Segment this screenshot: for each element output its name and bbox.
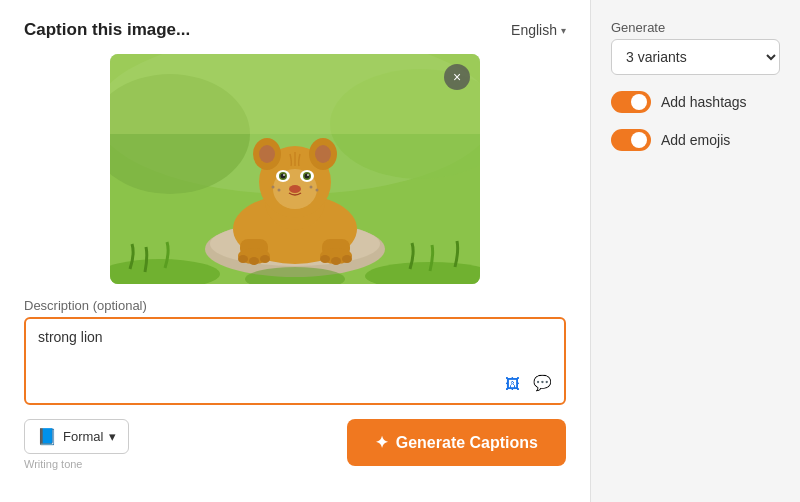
svg-rect-4 <box>110 54 480 134</box>
emojis-slider <box>611 129 651 151</box>
description-input-wrapper: strong lion 🖼 💬 <box>24 317 566 405</box>
writing-tone-label: Writing tone <box>24 458 129 470</box>
hashtags-label: Add hashtags <box>661 94 747 110</box>
page-title: Caption this image... <box>24 20 190 40</box>
bottom-row: 📘 Formal ▾ Writing tone ✦ Generate Capti… <box>24 419 566 470</box>
textarea-icon-group: 🖼 💬 <box>500 371 554 395</box>
variants-select[interactable]: 1 variant 2 variants 3 variants 4 varian… <box>611 39 780 75</box>
tone-wrapper: 📘 Formal ▾ Writing tone <box>24 419 129 470</box>
description-section: Description (optional) strong lion 🖼 💬 <box>24 298 566 405</box>
svg-point-30 <box>281 174 286 179</box>
sidebar: Generate 1 variant 2 variants 3 variants… <box>590 0 800 502</box>
svg-point-34 <box>289 185 301 193</box>
generate-section: Generate 1 variant 2 variants 3 variants… <box>611 20 780 75</box>
hashtags-slider <box>611 91 651 113</box>
svg-point-22 <box>259 145 275 163</box>
svg-point-35 <box>272 186 275 189</box>
tone-chevron-icon: ▾ <box>109 429 116 444</box>
generate-section-label: Generate <box>611 20 780 35</box>
svg-point-15 <box>320 255 330 263</box>
language-label: English <box>511 22 557 38</box>
svg-point-36 <box>278 189 281 192</box>
svg-point-37 <box>310 186 313 189</box>
chevron-down-icon: ▾ <box>561 25 566 36</box>
emojis-toggle-row: Add emojis <box>611 129 780 151</box>
svg-point-33 <box>307 174 309 176</box>
tone-icon: 📘 <box>37 427 57 446</box>
svg-point-17 <box>342 255 352 263</box>
description-input[interactable]: strong lion <box>38 329 552 389</box>
emojis-label: Add emojis <box>661 132 730 148</box>
image-attach-icon[interactable]: 🖼 <box>500 371 524 395</box>
generate-label: Generate Captions <box>396 434 538 452</box>
tone-label: Formal <box>63 429 103 444</box>
close-image-button[interactable]: × <box>444 64 470 90</box>
svg-point-13 <box>249 257 259 265</box>
svg-point-23 <box>315 145 331 163</box>
language-selector[interactable]: English ▾ <box>511 22 566 38</box>
image-upload-area: × <box>110 54 480 284</box>
svg-point-14 <box>260 255 270 263</box>
hashtags-toggle-row: Add hashtags <box>611 91 780 113</box>
uploaded-image <box>110 54 480 284</box>
tone-button[interactable]: 📘 Formal ▾ <box>24 419 129 454</box>
generate-captions-button[interactable]: ✦ Generate Captions <box>347 419 566 466</box>
svg-point-32 <box>283 174 285 176</box>
whatsapp-icon[interactable]: 💬 <box>530 371 554 395</box>
description-label: Description (optional) <box>24 298 566 313</box>
svg-point-38 <box>316 189 319 192</box>
svg-point-16 <box>331 257 341 265</box>
hashtags-toggle[interactable] <box>611 91 651 113</box>
header: Caption this image... English ▾ <box>24 20 566 40</box>
svg-point-12 <box>238 255 248 263</box>
emojis-toggle[interactable] <box>611 129 651 151</box>
svg-point-31 <box>305 174 310 179</box>
main-panel: Caption this image... English ▾ <box>0 0 590 502</box>
sparkle-icon: ✦ <box>375 433 388 452</box>
